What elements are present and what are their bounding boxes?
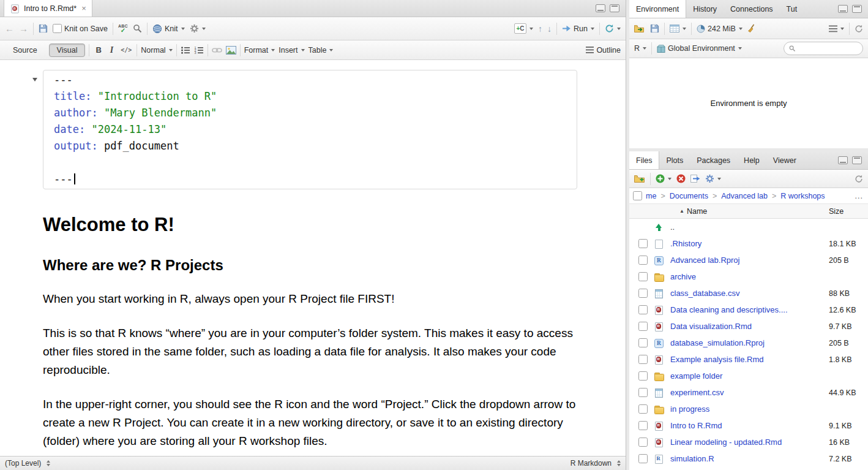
numbered-list-button[interactable]: 123 [194, 46, 204, 55]
environment-scope-selector[interactable]: Global Environment [657, 44, 742, 53]
tab-help[interactable]: Help [737, 151, 766, 169]
italic-button[interactable]: I [108, 45, 116, 55]
insert-chunk-button[interactable]: +C [514, 23, 533, 34]
row-checkbox[interactable] [638, 371, 648, 381]
row-checkbox[interactable] [638, 289, 648, 298]
file-name-link[interactable]: .Rhistory [670, 239, 823, 248]
file-row[interactable] [629, 467, 868, 470]
document-options-button[interactable] [190, 24, 206, 33]
row-checkbox[interactable] [638, 454, 648, 463]
row-checkbox[interactable] [638, 272, 648, 281]
file-row[interactable]: experiment.csv 44.9 KB [629, 384, 868, 401]
file-type-selector[interactable]: R Markdown [571, 459, 621, 468]
file-name-link[interactable]: in progress [670, 404, 823, 414]
row-checkbox[interactable] [638, 388, 648, 397]
go-next-section-button[interactable]: ↓ [547, 24, 552, 34]
row-checkbox[interactable] [638, 305, 648, 314]
tab-environment[interactable]: Environment [629, 0, 686, 18]
file-name-link[interactable]: archive [670, 272, 823, 281]
file-row[interactable]: Data cleaning and descriptives.... 12.6 … [629, 301, 868, 318]
column-header-size[interactable]: Size [829, 207, 868, 216]
visual-mode-button[interactable]: Visual [49, 44, 86, 57]
rerun-button[interactable] [605, 24, 621, 33]
file-row[interactable]: Data visualization.Rmd 9.7 KB [629, 318, 868, 335]
file-name-link[interactable]: experiment.csv [670, 388, 823, 397]
column-header-name[interactable]: ▲ Name [679, 207, 823, 216]
row-checkbox[interactable] [638, 404, 648, 414]
save-button[interactable] [39, 24, 48, 33]
file-name-link[interactable]: Intro to R.Rmd [670, 421, 823, 430]
file-name-link[interactable]: class_database.csv [670, 289, 823, 298]
insert-menu[interactable]: Insert [279, 46, 304, 55]
file-row[interactable]: .Rhistory 18.1 KB [629, 235, 868, 252]
rename-file-button[interactable] [690, 175, 700, 183]
row-checkbox[interactable] [638, 421, 648, 430]
go-previous-section-button[interactable]: ↑ [538, 24, 542, 34]
knit-on-save-checkbox[interactable] [53, 24, 62, 33]
file-row[interactable]: database_simulation.Rproj 205 B [629, 335, 868, 351]
file-name-link[interactable]: Data visualization.Rmd [670, 322, 823, 331]
select-all-checkbox[interactable] [633, 191, 642, 200]
bullet-list-button[interactable] [181, 46, 190, 55]
file-name-link[interactable]: .. [670, 222, 823, 232]
spellcheck-button[interactable]: ABC✓ [118, 24, 128, 34]
format-menu[interactable]: Format [244, 46, 275, 55]
row-checkbox[interactable] [638, 239, 648, 248]
tab-tut[interactable]: Tut [780, 0, 804, 18]
breadcrumb-overflow-button[interactable]: ... [855, 192, 863, 200]
file-name-link[interactable]: Data cleaning and descriptives.... [670, 305, 823, 314]
row-checkbox[interactable] [638, 438, 648, 447]
file-name-link[interactable]: Linear modeling - updated.Rmd [670, 438, 823, 447]
tab-connections[interactable]: Connections [724, 0, 780, 18]
import-dataset-button[interactable] [670, 25, 686, 32]
insert-image-button[interactable] [226, 46, 236, 55]
language-selector[interactable]: R [634, 44, 646, 53]
environment-search-box[interactable] [784, 42, 863, 55]
find-replace-button[interactable] [133, 24, 142, 33]
file-name-link[interactable]: example folder [670, 371, 823, 381]
forward-button[interactable]: → [19, 23, 28, 34]
maximize-icon[interactable] [852, 156, 862, 164]
file-name-link[interactable]: simulation.R [670, 454, 823, 463]
file-name-link[interactable]: Example analysis file.Rmd [670, 355, 823, 364]
file-row[interactable]: example folder [629, 368, 868, 384]
environment-search-input[interactable] [798, 44, 858, 53]
row-checkbox[interactable] [638, 322, 648, 331]
close-icon[interactable]: × [81, 4, 86, 12]
table-menu[interactable]: Table [309, 46, 334, 55]
file-row[interactable]: .. [629, 219, 868, 235]
editor-tab[interactable]: Intro to R.Rmd* × [4, 0, 92, 17]
more-file-commands-button[interactable] [705, 174, 721, 183]
bold-button[interactable]: B [93, 45, 103, 55]
new-blank-file-button[interactable] [656, 174, 672, 183]
file-name-link[interactable]: database_simulation.Rproj [670, 338, 823, 347]
yaml-metadata-block[interactable]: --- title: "Introduction to R"author: "M… [43, 70, 577, 189]
source-mode-button[interactable]: Source [5, 44, 45, 57]
breadcrumb-item[interactable]: me [646, 192, 656, 200]
breadcrumb-item[interactable]: R workshops [780, 192, 825, 200]
refresh-environment-button[interactable] [855, 25, 863, 33]
code-button[interactable]: </> [119, 47, 133, 53]
row-checkbox[interactable] [638, 338, 648, 347]
tab-history[interactable]: History [686, 0, 724, 18]
file-row[interactable]: archive [629, 268, 868, 285]
file-row[interactable]: Advanced lab.Rproj 205 B [629, 252, 868, 268]
scope-selector[interactable]: (Top Level) [5, 459, 50, 468]
breadcrumb-item[interactable]: Advanced lab [721, 192, 768, 200]
knit-button[interactable]: Knit [152, 24, 185, 34]
tab-files[interactable]: Files [629, 151, 659, 169]
file-row[interactable]: Intro to R.Rmd 9.1 KB [629, 417, 868, 434]
file-row[interactable]: in progress [629, 401, 868, 417]
save-workspace-button[interactable] [650, 24, 659, 33]
file-row[interactable]: class_database.csv 88 KB [629, 285, 868, 301]
new-folder-button[interactable] [634, 175, 645, 183]
delete-files-button[interactable] [676, 174, 686, 183]
run-button[interactable]: Run [562, 25, 594, 33]
list-view-button[interactable] [829, 25, 844, 32]
file-row[interactable]: Example analysis file.Rmd 1.8 KB [629, 351, 868, 368]
paragraph-style-dropdown[interactable]: Normal [141, 46, 172, 55]
file-name-link[interactable]: Advanced lab.Rproj [670, 256, 823, 265]
maximize-icon[interactable] [852, 5, 862, 13]
minimize-icon[interactable] [596, 4, 605, 12]
breadcrumb-item[interactable]: Documents [670, 192, 708, 200]
